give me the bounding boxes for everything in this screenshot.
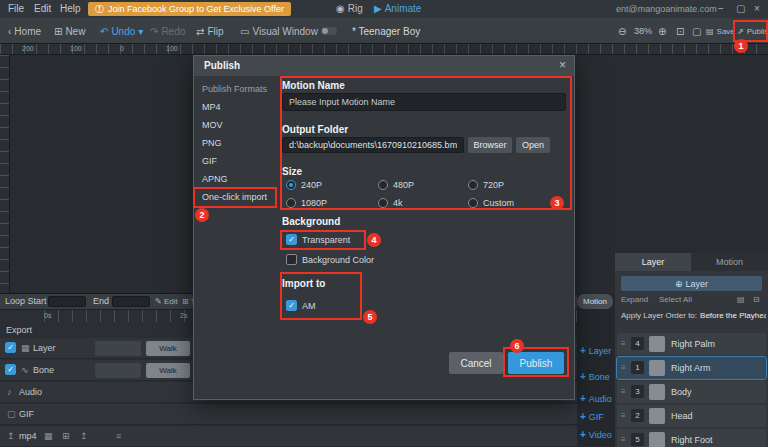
facebook-icon: ⓕ: [95, 3, 104, 16]
menu-help[interactable]: Help: [60, 3, 81, 14]
format-gif[interactable]: GIF: [202, 156, 217, 166]
publish-toolbar-button[interactable]: ⇗Publish: [737, 24, 768, 38]
format-png[interactable]: PNG: [202, 138, 222, 148]
gif-track-label: GIF: [19, 409, 34, 419]
size-option-label: 480P: [393, 180, 414, 190]
rig-label: Rig: [348, 3, 363, 14]
size-option-720p[interactable]: 720P: [468, 180, 504, 190]
add-track-icon[interactable]: ⊞: [62, 431, 70, 441]
add-video-label: Video: [589, 430, 612, 440]
new-button[interactable]: ⊞New: [54, 24, 85, 38]
grid-icon[interactable]: ▦: [44, 431, 53, 441]
output-folder-label: Output Folder: [282, 124, 348, 135]
transparent-option[interactable]: Transparent: [286, 234, 350, 245]
redo-button[interactable]: ↷Redo: [150, 24, 185, 38]
timeline-clip[interactable]: [95, 341, 141, 356]
format-mov[interactable]: MOV: [202, 120, 223, 130]
add-layer-button[interactable]: +Layer: [580, 345, 611, 356]
layer-order-number[interactable]: 2: [631, 409, 644, 422]
horizontal-ruler: 200 100 0 100: [0, 44, 768, 55]
edit-label: Edit: [164, 297, 178, 306]
zoom-level: 38%: [634, 24, 652, 38]
bone-track-checkbox[interactable]: [5, 364, 16, 375]
layer-order-number[interactable]: 5: [631, 433, 644, 446]
select-all-button[interactable]: Select All: [659, 295, 692, 304]
zoom-in-button[interactable]: ⊕: [658, 24, 666, 38]
layer-row[interactable]: ≡ 1 Right Arm: [617, 357, 766, 379]
layer-order-number[interactable]: 1: [631, 361, 644, 374]
up-icon[interactable]: ↥: [80, 431, 88, 441]
size-option-1080p[interactable]: 1080P: [286, 198, 327, 208]
flip-button[interactable]: ⇄Flip: [196, 24, 224, 38]
expand-button[interactable]: Expand: [621, 295, 648, 304]
size-option-4k[interactable]: 4k: [378, 198, 403, 208]
import-to-label: Import to: [282, 278, 325, 289]
facebook-banner[interactable]: ⓕ Join Facebook Group to Get Exclusive O…: [88, 2, 291, 16]
menu-icon[interactable]: ≡: [116, 431, 121, 441]
home-button[interactable]: ‹Home: [8, 24, 41, 38]
layer-row[interactable]: ≡ 3 Body: [617, 381, 766, 403]
edit-button[interactable]: ✎ Edit: [155, 297, 178, 306]
tab-motion[interactable]: Motion: [691, 253, 768, 271]
fit-view-button[interactable]: ⊡: [676, 24, 684, 38]
undo-button[interactable]: ↶Undo▾: [100, 24, 143, 38]
track-row-gif: ▢ GIF: [0, 404, 577, 425]
am-option[interactable]: AM: [286, 300, 316, 311]
format-one-click-import[interactable]: One-click import: [202, 192, 267, 202]
menu-edit[interactable]: Edit: [34, 3, 51, 14]
add-audio-button[interactable]: +Audio: [580, 393, 612, 404]
format-apng[interactable]: APNG: [202, 174, 228, 184]
output-folder-input[interactable]: [282, 137, 464, 153]
delete-icon[interactable]: ⊟: [753, 295, 760, 304]
add-gif-button[interactable]: +GIF: [580, 411, 604, 422]
mode-animate[interactable]: ▶ Animate: [374, 3, 421, 14]
layer-row[interactable]: ≡ 5 Right Foot: [617, 429, 766, 447]
radio-icon: [286, 180, 296, 190]
drag-handle-icon[interactable]: ≡: [621, 387, 626, 396]
close-icon[interactable]: ×: [754, 3, 760, 14]
add-bone-button[interactable]: +Bone: [580, 371, 610, 382]
transparent-label: Transparent: [302, 235, 350, 245]
menu-file[interactable]: File: [8, 3, 24, 14]
layer-order-number[interactable]: 3: [631, 385, 644, 398]
open-button[interactable]: Open: [516, 137, 550, 153]
walk-clip[interactable]: Walk: [146, 363, 190, 378]
drag-handle-icon[interactable]: ≡: [621, 411, 626, 420]
tab-layer[interactable]: Layer: [615, 253, 691, 271]
layers-icon[interactable]: ▤: [737, 295, 745, 304]
motion-name-input[interactable]: [282, 93, 566, 111]
add-video-button[interactable]: +Video: [580, 429, 612, 440]
cancel-button[interactable]: Cancel: [449, 352, 503, 374]
panel-add-layer-button[interactable]: ⊕Layer: [621, 276, 762, 291]
motion-button[interactable]: Motion: [577, 294, 613, 309]
visual-window-toggle[interactable]: [321, 27, 337, 35]
drag-handle-icon[interactable]: ≡: [621, 363, 626, 372]
layer-order-number[interactable]: 4: [631, 337, 644, 350]
end-input[interactable]: [112, 296, 150, 307]
timeline-clip[interactable]: [95, 363, 141, 378]
walk-clip[interactable]: Walk: [146, 341, 190, 356]
maximize-icon[interactable]: ▢: [736, 3, 745, 14]
size-option-480p[interactable]: 480P: [378, 180, 414, 190]
account-email[interactable]: ent@mangoanimate.com: [616, 4, 717, 14]
fullscreen-button[interactable]: ▢: [692, 24, 701, 38]
drag-handle-icon[interactable]: ≡: [621, 339, 626, 348]
publish-button[interactable]: Publish: [508, 352, 564, 374]
minimize-icon[interactable]: −: [718, 3, 724, 14]
visual-window-button[interactable]: ▭Visual Window: [240, 24, 337, 38]
zoom-out-button[interactable]: ⊖: [618, 24, 626, 38]
size-option-240p[interactable]: 240P: [286, 180, 322, 190]
format-mp4[interactable]: MP4: [202, 102, 221, 112]
browser-button[interactable]: Browser: [468, 137, 512, 153]
drag-handle-icon[interactable]: ≡: [621, 435, 626, 444]
mode-rig[interactable]: ◉ Rig: [336, 3, 363, 14]
layer-row[interactable]: ≡ 2 Head: [617, 405, 766, 427]
size-option-custom[interactable]: Custom: [468, 198, 514, 208]
layer-row[interactable]: ≡ 4 Right Palm: [617, 333, 766, 355]
background-color-option[interactable]: Background Color: [286, 254, 374, 265]
save-button[interactable]: ▤Save: [706, 24, 735, 38]
apply-layer-order[interactable]: Apply Layer Order to: Before the Playhea…: [621, 311, 766, 322]
dialog-close-icon[interactable]: ×: [559, 58, 566, 72]
layer-track-checkbox[interactable]: [5, 342, 16, 353]
loop-start-input[interactable]: [48, 296, 86, 307]
